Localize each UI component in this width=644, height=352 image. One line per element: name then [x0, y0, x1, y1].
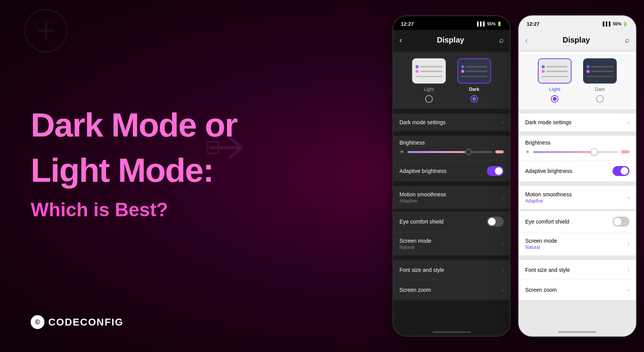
light-screen-mode-chevron: ›: [628, 241, 629, 247]
light-brightness-control[interactable]: ☀: [525, 149, 629, 155]
dark-header: ‹ Display ⌕: [393, 30, 510, 50]
light-light-preview: [538, 58, 572, 84]
light-theme-selector: Light: [519, 54, 636, 107]
dark-light-radio[interactable]: [425, 95, 433, 103]
light-font-row[interactable]: Font size and style ›: [519, 260, 636, 280]
dark-theme-selector: Light: [393, 54, 510, 107]
light-font-section: Font size and style › Screen zoom ›: [519, 260, 636, 300]
preview-line6: [461, 76, 487, 77]
light-header: ‹ Display ⌕: [519, 30, 636, 50]
dark-adaptive-row[interactable]: Adaptive brightness: [393, 161, 510, 181]
dark-motion-label: Motion smoothness: [399, 191, 446, 197]
dark-brightness-control[interactable]: ☀: [399, 149, 504, 155]
light-brightness-low-icon: ☀: [525, 149, 530, 155]
dark-eye-toggle[interactable]: [487, 217, 504, 227]
dark-theme-section: Light: [393, 52, 510, 109]
dark-mode-settings-section: Dark mode settings ›: [393, 113, 510, 133]
light-header-title: Display: [563, 36, 590, 44]
dark-brightness-label: Brightness: [399, 140, 504, 146]
dark-signal-icon: ▌▌▌: [477, 21, 486, 26]
dark-motion-chevron: ›: [502, 194, 504, 201]
light-zoom-row[interactable]: Screen zoom ›: [519, 280, 636, 300]
light-mode-settings-section: Dark mode settings ›: [519, 113, 636, 133]
light-light-label: Light: [549, 87, 560, 92]
lp-dot4: [586, 70, 590, 73]
dark-eye-row[interactable]: Eye comfort shield: [393, 211, 510, 232]
preview-dot1: [416, 65, 419, 68]
dark-content: Light: [393, 50, 510, 328]
dark-font-chevron: ›: [502, 267, 504, 273]
dark-back-button[interactable]: ‹: [399, 36, 402, 44]
dark-slider-track[interactable]: [407, 151, 492, 153]
dark-dark-radio[interactable]: [470, 95, 478, 103]
dark-mode-settings-row[interactable]: Dark mode settings ›: [393, 113, 510, 133]
light-slider-track[interactable]: [533, 151, 618, 153]
light-motion-row[interactable]: Motion smoothness Adaptive ›: [519, 186, 636, 211]
dark-mode-phone: 12:27 ▌▌▌ 55% 🔋 ‹ Display ⌕: [393, 15, 511, 337]
light-dark-radio[interactable]: [596, 95, 604, 103]
dark-screen-mode-text: Screen mode Natural: [399, 238, 431, 250]
light-screen-mode-row[interactable]: Screen mode Natural ›: [519, 232, 636, 255]
light-zoom-label: Screen zoom: [525, 287, 557, 293]
dark-theme-light-option[interactable]: Light: [412, 58, 446, 103]
light-brightness-label: Brightness: [525, 140, 629, 146]
light-slider-end: [621, 150, 629, 153]
brand-name: CODECONFIG: [48, 316, 123, 328]
light-slider-fill: [533, 151, 594, 153]
light-motion-sub: Adaptive: [525, 198, 572, 204]
dark-adaptive-label: Adaptive brightness: [399, 168, 447, 174]
light-eye-knob: [614, 218, 621, 225]
light-back-button[interactable]: ‹: [525, 36, 528, 44]
headline-line1: Dark Mode or: [31, 108, 238, 142]
light-theme-light-option[interactable]: Light: [538, 58, 572, 103]
light-font-chevron: ›: [628, 267, 629, 273]
light-light-radio[interactable]: [551, 95, 559, 103]
brand: © CODECONFIG: [31, 315, 123, 329]
light-slider-thumb: [591, 148, 598, 155]
dark-motion-row[interactable]: Motion smoothness Adaptive ›: [393, 186, 510, 211]
preview-dot2: [416, 70, 419, 73]
dark-zoom-row[interactable]: Screen zoom ›: [393, 280, 510, 300]
light-divider2: [519, 181, 636, 184]
dark-divider1: [393, 109, 510, 111]
light-adaptive-toggle[interactable]: [613, 166, 629, 176]
dark-font-section: Font size and style › Screen zoom ›: [393, 260, 510, 300]
dark-slider-thumb: [465, 148, 472, 155]
dark-screen-mode-row[interactable]: Screen mode Natural ›: [393, 232, 510, 255]
lp-dot2: [542, 70, 545, 73]
light-adaptive-row[interactable]: Adaptive brightness: [519, 161, 636, 181]
lp-line2: [546, 71, 568, 72]
light-adaptive-knob: [621, 167, 628, 175]
light-battery-icon: 🔋: [623, 21, 628, 26]
dark-zoom-chevron: ›: [502, 287, 504, 293]
light-dark-label: Dark: [595, 87, 605, 92]
dark-adaptive-toggle[interactable]: [487, 166, 504, 176]
light-eye-toggle[interactable]: [613, 217, 629, 227]
dark-search-icon[interactable]: ⌕: [499, 36, 504, 44]
lp-line4: [591, 66, 613, 67]
preview-line3: [416, 76, 442, 77]
light-adaptive-label: Adaptive brightness: [525, 168, 572, 174]
light-eye-row[interactable]: Eye comfort shield: [519, 211, 636, 232]
dark-theme-dark-option[interactable]: Dark: [457, 58, 491, 103]
dark-brightness-low-icon: ☀: [399, 149, 404, 155]
light-search-icon[interactable]: ⌕: [625, 36, 629, 44]
light-theme-dark-option[interactable]: Dark: [583, 58, 617, 103]
dark-light-preview: [412, 58, 446, 84]
dark-mode-settings-label: Dark mode settings: [399, 119, 446, 125]
light-motion-chevron: ›: [628, 194, 629, 201]
lp-line1: [546, 66, 568, 67]
light-gesture-line: [558, 331, 596, 333]
light-signal-icon: ▌▌▌: [603, 21, 612, 26]
light-motion-label: Motion smoothness: [525, 191, 572, 197]
subheadline: Which is Best?: [31, 199, 238, 221]
light-mode-settings-row[interactable]: Dark mode settings ›: [519, 113, 636, 133]
dark-eye-label: Eye comfort shield: [399, 219, 444, 225]
dark-status-icons: ▌▌▌ 55% 🔋: [477, 21, 502, 26]
light-gesture-bar: [519, 328, 636, 336]
light-motion-text: Motion smoothness Adaptive: [525, 191, 572, 204]
dark-header-title: Display: [437, 36, 464, 44]
dark-font-row[interactable]: Font size and style ›: [393, 260, 510, 280]
dark-slider-fill: [407, 151, 468, 153]
light-divider3: [519, 255, 636, 258]
